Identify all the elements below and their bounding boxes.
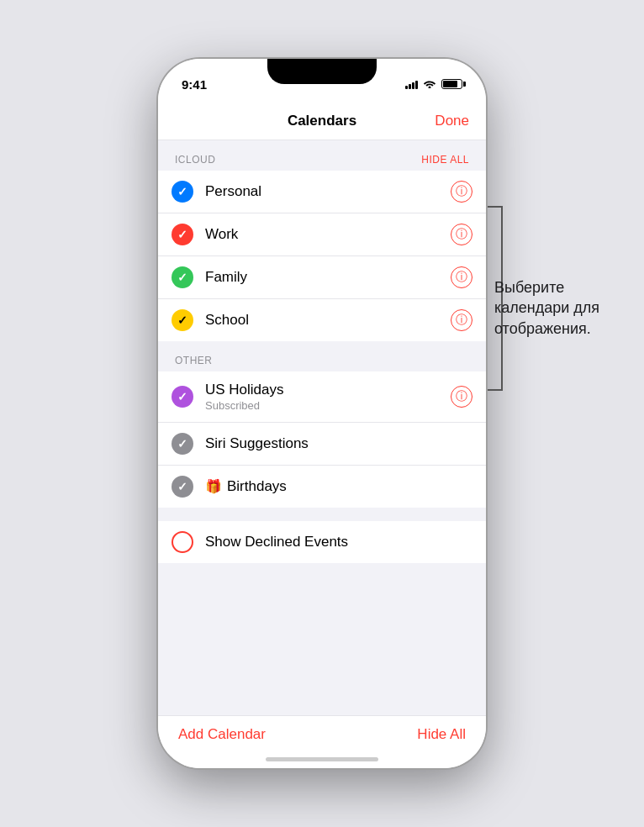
list-item[interactable]: ✓ 🎁Birthdays: [158, 466, 486, 508]
icloud-section: ICLOUD HIDE ALL ✓ Personal ⓘ: [158, 140, 486, 341]
add-calendar-button[interactable]: Add Calendar: [178, 726, 266, 743]
battery-icon: [441, 79, 462, 89]
calendar-list: ICLOUD HIDE ALL ✓ Personal ⓘ: [158, 140, 486, 715]
icloud-label: ICLOUD: [175, 154, 215, 166]
header: Calendars Done: [158, 99, 486, 140]
school-info-button[interactable]: ⓘ: [451, 309, 472, 331]
status-icons: [405, 78, 462, 91]
list-item[interactable]: ✓ Siri Suggestions: [158, 423, 486, 466]
other-section: OTHER ✓ US Holidays Subscribed: [158, 341, 486, 508]
declined-checkbox[interactable]: [172, 531, 193, 553]
birthdays-checkbox[interactable]: ✓: [172, 476, 193, 498]
us-holidays-sub: Subscribed: [205, 399, 451, 412]
status-time: 9:41: [182, 77, 207, 92]
icloud-section-header: ICLOUD HIDE ALL: [158, 140, 486, 171]
work-checkbox[interactable]: ✓: [172, 224, 193, 245]
list-item[interactable]: Show Declined Events: [158, 521, 486, 563]
callout-annotation: Выберите календари для отображения.: [494, 277, 629, 339]
list-item[interactable]: ✓ Family ⓘ: [158, 256, 486, 299]
list-item[interactable]: ✓ Work ⓘ: [158, 213, 486, 256]
other-label: OTHER: [175, 355, 213, 366]
family-checkbox[interactable]: ✓: [172, 266, 193, 288]
school-checkbox[interactable]: ✓: [172, 309, 193, 331]
list-item[interactable]: ✓ US Holidays Subscribed ⓘ: [158, 371, 486, 423]
other-section-header: OTHER: [158, 341, 486, 371]
birthdays-name: Birthdays: [227, 478, 287, 494]
siri-checkbox[interactable]: ✓: [172, 433, 193, 455]
siri-name: Siri Suggestions: [205, 435, 309, 451]
options-list: Show Declined Events: [158, 521, 486, 563]
us-holidays-info-button[interactable]: ⓘ: [451, 386, 472, 408]
section-spacer: [158, 508, 486, 521]
school-name: School: [205, 312, 249, 328]
other-list: ✓ US Holidays Subscribed ⓘ ✓: [158, 371, 486, 508]
page-title: Calendars: [288, 113, 356, 129]
personal-info-button[interactable]: ⓘ: [451, 181, 472, 203]
home-indicator: [266, 757, 378, 761]
us-holidays-name: US Holidays: [205, 382, 451, 398]
hide-all-button[interactable]: Hide All: [417, 726, 466, 743]
work-name: Work: [205, 226, 238, 242]
list-item[interactable]: ✓ School ⓘ: [158, 299, 486, 341]
declined-name: Show Declined Events: [205, 534, 348, 550]
wifi-icon: [423, 78, 436, 91]
signal-icon: [405, 79, 418, 89]
options-section: Show Declined Events: [158, 508, 486, 630]
icloud-hide-all[interactable]: HIDE ALL: [421, 154, 469, 166]
icloud-list: ✓ Personal ⓘ ✓: [158, 171, 486, 341]
us-holidays-checkbox[interactable]: ✓: [172, 386, 193, 408]
done-button[interactable]: Done: [435, 113, 469, 129]
birthdays-emoji: 🎁: [205, 479, 222, 493]
list-item[interactable]: ✓ Personal ⓘ: [158, 171, 486, 213]
notch: [267, 59, 377, 84]
empty-space: [158, 563, 486, 630]
personal-name: Personal: [205, 183, 261, 199]
work-info-button[interactable]: ⓘ: [451, 224, 472, 245]
family-name: Family: [205, 269, 247, 285]
personal-checkbox[interactable]: ✓: [172, 181, 193, 203]
family-info-button[interactable]: ⓘ: [451, 266, 472, 288]
